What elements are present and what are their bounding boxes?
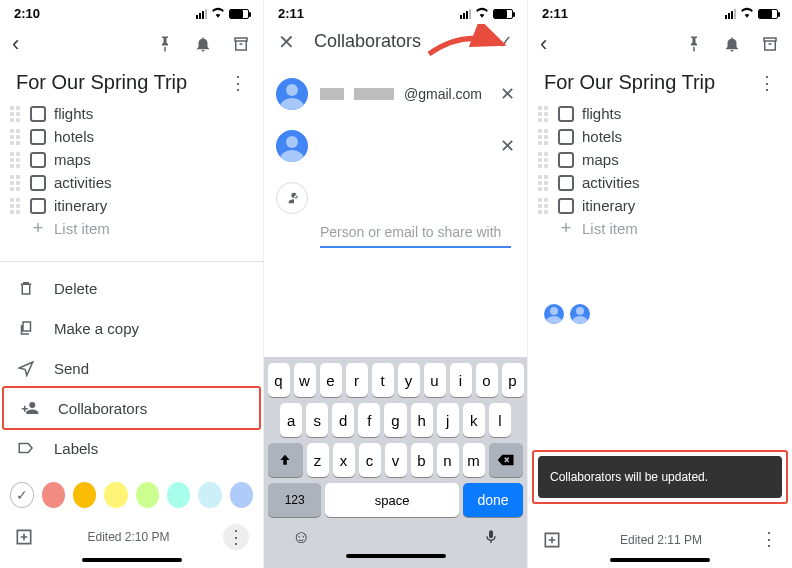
key-z[interactable]: z [307, 443, 329, 477]
remove-button[interactable]: ✕ [500, 83, 515, 105]
drag-icon[interactable] [538, 175, 550, 191]
key-r[interactable]: r [346, 363, 368, 397]
list-item[interactable]: flights [10, 102, 253, 125]
add-box-icon[interactable] [542, 530, 562, 550]
reminder-icon[interactable] [722, 34, 742, 54]
drag-icon[interactable] [10, 106, 22, 122]
drag-icon[interactable] [538, 198, 550, 214]
key-v[interactable]: v [385, 443, 407, 477]
checkbox[interactable] [558, 129, 574, 145]
color-swatch[interactable] [42, 482, 65, 508]
menu-labels[interactable]: Labels [0, 428, 263, 468]
pin-icon[interactable] [684, 34, 704, 54]
list-item[interactable]: activities [538, 171, 782, 194]
menu-delete[interactable]: Delete [0, 268, 263, 308]
numbers-key[interactable]: 123 [268, 483, 321, 517]
key-t[interactable]: t [372, 363, 394, 397]
key-p[interactable]: p [502, 363, 524, 397]
drag-icon[interactable] [10, 175, 22, 191]
checkbox[interactable] [558, 106, 574, 122]
add-list-item[interactable]: +List item [538, 217, 782, 240]
checkbox[interactable] [558, 175, 574, 191]
close-button[interactable]: ✕ [276, 32, 296, 52]
key-e[interactable]: e [320, 363, 342, 397]
color-swatch[interactable] [230, 482, 253, 508]
key-x[interactable]: x [333, 443, 355, 477]
key-h[interactable]: h [411, 403, 433, 437]
drag-icon[interactable] [538, 152, 550, 168]
key-j[interactable]: j [437, 403, 459, 437]
key-c[interactable]: c [359, 443, 381, 477]
list-item[interactable]: itinerary [538, 194, 782, 217]
add-list-item[interactable]: +List item [10, 217, 253, 240]
drag-icon[interactable] [10, 198, 22, 214]
overflow-icon[interactable] [223, 524, 249, 550]
drag-icon[interactable] [538, 106, 550, 122]
add-box-icon[interactable] [14, 527, 34, 547]
checkbox[interactable] [558, 152, 574, 168]
color-swatch[interactable] [104, 482, 127, 508]
list-item[interactable]: activities [10, 171, 253, 194]
key-b[interactable]: b [411, 443, 433, 477]
checkbox[interactable] [30, 106, 46, 122]
emoji-key[interactable]: ☺ [292, 527, 310, 552]
back-button[interactable]: ‹ [12, 31, 19, 57]
menu-copy[interactable]: Make a copy [0, 308, 263, 348]
key-y[interactable]: y [398, 363, 420, 397]
archive-icon[interactable] [760, 34, 780, 54]
key-m[interactable]: m [463, 443, 485, 477]
drag-icon[interactable] [10, 152, 22, 168]
share-input[interactable]: Person or email to share with [320, 224, 511, 248]
list-item[interactable]: flights [538, 102, 782, 125]
menu-collaborators[interactable]: Collaborators [2, 386, 261, 430]
overflow-icon[interactable] [758, 82, 776, 83]
key-s[interactable]: s [306, 403, 328, 437]
list-item[interactable]: itinerary [10, 194, 253, 217]
archive-icon[interactable] [231, 34, 251, 54]
color-swatch[interactable] [73, 482, 96, 508]
key-f[interactable]: f [358, 403, 380, 437]
key-u[interactable]: u [424, 363, 446, 397]
key-o[interactable]: o [476, 363, 498, 397]
drag-icon[interactable] [10, 129, 22, 145]
mic-key[interactable] [483, 527, 499, 552]
checkbox[interactable] [30, 129, 46, 145]
color-swatch[interactable] [136, 482, 159, 508]
key-k[interactable]: k [463, 403, 485, 437]
list-item[interactable]: hotels [538, 125, 782, 148]
avatar[interactable] [570, 304, 590, 324]
color-swatch[interactable]: ✓ [10, 482, 34, 508]
key-g[interactable]: g [384, 403, 406, 437]
note-title[interactable]: For Our Spring Trip [544, 71, 715, 94]
overflow-icon[interactable] [760, 539, 778, 541]
shift-key[interactable] [268, 443, 303, 477]
back-button[interactable]: ‹ [540, 31, 547, 57]
backspace-key[interactable] [489, 443, 524, 477]
key-a[interactable]: a [280, 403, 302, 437]
remove-button[interactable]: ✕ [500, 135, 515, 157]
color-swatch[interactable] [167, 482, 190, 508]
space-key[interactable]: space [325, 483, 459, 517]
menu-send[interactable]: Send [0, 348, 263, 388]
list-item[interactable]: maps [10, 148, 253, 171]
key-q[interactable]: q [268, 363, 290, 397]
checkbox[interactable] [30, 175, 46, 191]
pin-icon[interactable] [155, 34, 175, 54]
checkbox[interactable] [30, 198, 46, 214]
checkbox[interactable] [30, 152, 46, 168]
add-collaborator-row[interactable] [276, 172, 515, 224]
done-key[interactable]: done [463, 483, 523, 517]
avatar[interactable] [544, 304, 564, 324]
color-swatch[interactable] [198, 482, 221, 508]
note-title[interactable]: For Our Spring Trip [16, 71, 187, 94]
list-item[interactable]: maps [538, 148, 782, 171]
key-d[interactable]: d [332, 403, 354, 437]
key-l[interactable]: l [489, 403, 511, 437]
key-n[interactable]: n [437, 443, 459, 477]
list-item[interactable]: hotels [10, 125, 253, 148]
reminder-icon[interactable] [193, 34, 213, 54]
key-w[interactable]: w [294, 363, 316, 397]
key-i[interactable]: i [450, 363, 472, 397]
checkbox[interactable] [558, 198, 574, 214]
overflow-icon[interactable] [229, 82, 247, 83]
